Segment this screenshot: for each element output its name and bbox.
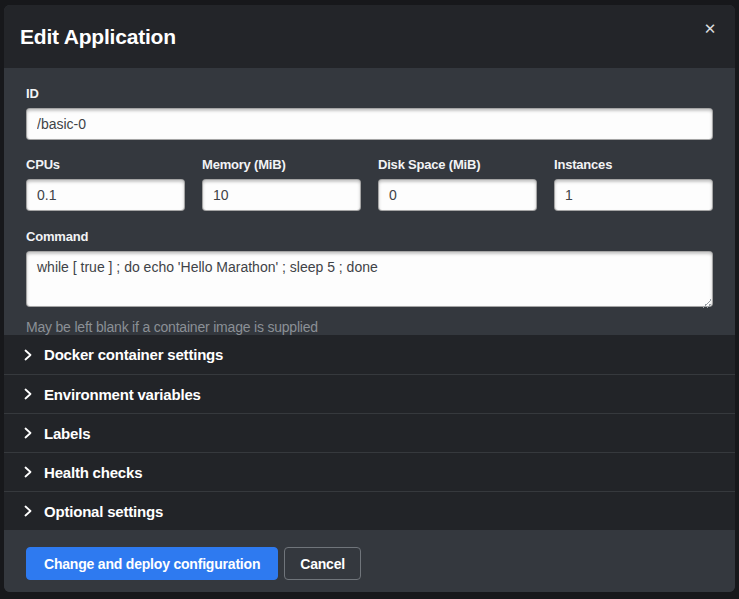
modal-footer: Change and deploy configuration Cancel: [4, 530, 735, 592]
close-icon: ✕: [704, 20, 717, 37]
cancel-button[interactable]: Cancel: [284, 547, 361, 580]
command-textarea[interactable]: while [ true ] ; do echo 'Hello Marathon…: [26, 251, 713, 307]
cpus-field-group: CPUs: [26, 157, 185, 211]
section-environment-variables[interactable]: Environment variables: [4, 374, 735, 413]
section-label: Health checks: [44, 464, 142, 481]
edit-application-modal: Edit Application ✕ ID CPUs Memory (MiB) …: [4, 5, 735, 592]
command-help-text: May be left blank if a container image i…: [26, 319, 713, 335]
modal-header: Edit Application ✕: [4, 5, 735, 68]
change-and-deploy-button[interactable]: Change and deploy configuration: [26, 547, 278, 580]
id-input[interactable]: [26, 108, 713, 140]
close-button[interactable]: ✕: [699, 18, 721, 40]
chevron-right-icon: [22, 388, 34, 400]
id-field-group: ID: [26, 86, 713, 140]
disk-label: Disk Space (MiB): [378, 157, 537, 172]
section-health-checks[interactable]: Health checks: [4, 452, 735, 491]
command-label: Command: [26, 229, 713, 244]
section-optional-settings[interactable]: Optional settings: [4, 491, 735, 530]
instances-label: Instances: [554, 157, 713, 172]
instances-input[interactable]: [554, 179, 713, 211]
resources-row: CPUs Memory (MiB) Disk Space (MiB) Insta…: [26, 157, 713, 211]
chevron-right-icon: [22, 427, 34, 439]
section-label: Environment variables: [44, 386, 201, 403]
disk-field-group: Disk Space (MiB): [378, 157, 537, 211]
instances-field-group: Instances: [554, 157, 713, 211]
cpus-label: CPUs: [26, 157, 185, 172]
modal-body: ID CPUs Memory (MiB) Disk Space (MiB) In…: [4, 68, 735, 335]
memory-field-group: Memory (MiB): [202, 157, 361, 211]
modal-title: Edit Application: [20, 25, 176, 49]
command-field-group: Command while [ true ] ; do echo 'Hello …: [26, 229, 713, 335]
cpus-input[interactable]: [26, 179, 185, 211]
disk-input[interactable]: [378, 179, 537, 211]
section-label: Docker container settings: [44, 346, 223, 363]
section-label: Labels: [44, 425, 90, 442]
section-label: Optional settings: [44, 503, 163, 520]
section-docker-container-settings[interactable]: Docker container settings: [4, 335, 735, 374]
collapsible-sections: Docker container settings Environment va…: [4, 335, 735, 530]
chevron-right-icon: [22, 505, 34, 517]
memory-input[interactable]: [202, 179, 361, 211]
chevron-right-icon: [22, 349, 34, 361]
resize-handle-icon[interactable]: [701, 298, 711, 308]
id-label: ID: [26, 86, 713, 101]
chevron-right-icon: [22, 466, 34, 478]
memory-label: Memory (MiB): [202, 157, 361, 172]
section-labels[interactable]: Labels: [4, 413, 735, 452]
